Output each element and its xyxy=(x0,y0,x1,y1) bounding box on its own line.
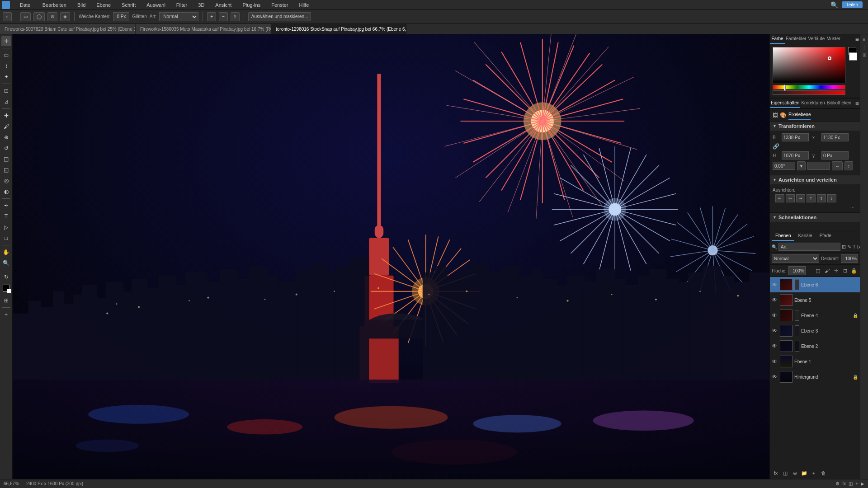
fill-input[interactable] xyxy=(788,266,806,275)
status-icon-4[interactable]: + xyxy=(855,481,858,486)
tool-dodge[interactable]: ◐ xyxy=(1,187,11,197)
x-input[interactable] xyxy=(821,133,849,141)
tab-eigenschaften[interactable]: Eigenschaften xyxy=(770,99,800,108)
align-left[interactable]: ⇤ xyxy=(775,194,784,202)
tool-eyedrop[interactable]: ⊿ xyxy=(1,97,11,107)
tab-verlaeufe[interactable]: Verläufe xyxy=(807,34,826,44)
menu-hilfe[interactable]: Hilfe xyxy=(296,1,311,9)
tab-farbe[interactable]: Farbe xyxy=(770,34,785,44)
layer-item-4[interactable]: 👁 Ebene 4 🔒 xyxy=(770,308,860,323)
status-icon-2[interactable]: fx xyxy=(842,481,846,486)
tool-eraser[interactable]: ◫ xyxy=(1,154,11,164)
tool-heal[interactable]: ✚ xyxy=(1,111,11,121)
toolbar-magic-wand[interactable]: ◈ xyxy=(60,12,70,21)
layer-item-bg[interactable]: 👁 Hintergrund 🔒 xyxy=(770,369,860,385)
props-expand-btn[interactable]: ≡ xyxy=(854,99,860,108)
tab-muster[interactable]: Muster xyxy=(826,34,841,44)
menu-schrift[interactable]: Schrift xyxy=(119,1,138,9)
align-right[interactable]: ⇥ xyxy=(796,194,805,202)
tool-magic[interactable]: ✦ xyxy=(1,72,11,82)
tab-pfade[interactable]: Pfade xyxy=(816,231,835,241)
menu-bild[interactable]: Bild xyxy=(75,1,88,9)
flip-h-btn[interactable]: ↔ xyxy=(832,161,843,170)
transform-lock-icon[interactable]: 🔗 xyxy=(773,143,779,150)
menu-3d[interactable]: 3D xyxy=(195,1,207,9)
tool-pen[interactable]: ✒ xyxy=(1,201,11,211)
align-hcenter[interactable]: ⇔ xyxy=(786,194,795,202)
status-icon-1[interactable]: ⚙ xyxy=(835,481,840,486)
layer-new-btn[interactable]: + xyxy=(810,469,818,477)
tool-rotate[interactable]: ↻ xyxy=(1,272,11,282)
color-picker-gradient[interactable] xyxy=(773,47,845,83)
angle-input[interactable] xyxy=(773,162,795,170)
layer-delete-btn[interactable]: 🗑 xyxy=(819,469,827,477)
layer-group-btn[interactable]: 📁 xyxy=(800,469,808,477)
layer-4-vis[interactable]: 👁 xyxy=(772,312,778,319)
share-button[interactable]: Teilen xyxy=(842,1,863,8)
layer-5-vis[interactable]: 👁 xyxy=(772,297,778,303)
layers-new-fill[interactable]: ⊞ xyxy=(842,243,846,251)
search-icon[interactable]: 🔍 xyxy=(830,1,838,9)
tool-clone[interactable]: ⊕ xyxy=(1,132,11,142)
schnell-header[interactable]: ▼ Schnellaktionen xyxy=(770,213,860,222)
tab-farbfelder[interactable]: Farbfelder xyxy=(785,34,807,44)
angle-dropdown[interactable]: ▾ xyxy=(797,161,806,170)
layer-item-2[interactable]: 👁 Ebene 2 xyxy=(770,338,860,354)
lock-all-btn[interactable]: 🔒 xyxy=(850,267,858,275)
tool-add[interactable]: + xyxy=(1,310,11,319)
tool-lasso[interactable]: ⌇ xyxy=(1,61,11,71)
tool-move[interactable]: ✛ xyxy=(1,36,11,46)
layers-search-input[interactable] xyxy=(778,243,840,251)
blend-mode-select[interactable]: Normal Aufhellen Multiplizieren Bildschi… xyxy=(772,254,819,263)
tab-3[interactable]: toronto-1298016 StockSnap auf Pixabay.jp… xyxy=(271,24,407,34)
tool-brush[interactable]: 🖌 xyxy=(1,122,11,131)
layers-group[interactable]: T xyxy=(853,243,856,251)
layer-6-vis[interactable]: 👁 xyxy=(772,282,778,288)
toolbar-marquee-circ[interactable]: ◯ xyxy=(33,12,45,21)
layer-mask-btn[interactable]: ◫ xyxy=(781,469,789,477)
layer-adj-btn[interactable]: ⊕ xyxy=(791,469,799,477)
toolbar-marquee-rect[interactable]: ▭ xyxy=(20,12,31,21)
layer-3-vis[interactable]: 👁 xyxy=(772,328,778,334)
h-input[interactable] xyxy=(782,151,809,160)
menu-auswahl[interactable]: Auswahl xyxy=(144,1,168,9)
select-sub[interactable]: − xyxy=(219,12,228,21)
skew-input[interactable] xyxy=(807,162,830,170)
menu-datei[interactable]: Datei xyxy=(17,1,34,9)
tool-text[interactable]: T xyxy=(1,211,11,221)
tab-1[interactable]: Fireworks-5007820 Briam Cute auf Pixabay… xyxy=(0,24,136,34)
tool-hand[interactable]: ✋ xyxy=(1,247,11,257)
lock-transparent-btn[interactable]: ◫ xyxy=(814,267,822,275)
tool-path-select[interactable]: ▷ xyxy=(1,222,11,232)
tool-crop[interactable]: ⊡ xyxy=(1,86,11,96)
menu-filter[interactable]: Filter xyxy=(174,1,190,9)
layer-item-3[interactable]: 👁 Ebene 3 xyxy=(770,323,860,338)
tool-history-brush[interactable]: ↺ xyxy=(1,143,11,153)
layer-2-vis[interactable]: 👁 xyxy=(772,343,778,349)
menu-ansicht[interactable]: Ansicht xyxy=(212,1,234,9)
align-header[interactable]: ▼ Ausrichten und verteilen xyxy=(770,175,860,184)
layer-bg-vis[interactable]: 👁 xyxy=(772,374,778,380)
align-bottom[interactable]: ⇣ xyxy=(827,194,836,202)
b-input[interactable] xyxy=(782,133,809,141)
menu-bearbeiten[interactable]: Bearbeiten xyxy=(40,1,69,9)
tool-shape[interactable]: □ xyxy=(1,233,11,243)
tool-blur[interactable]: ◎ xyxy=(1,176,11,186)
bg-color-swatch[interactable] xyxy=(849,52,857,61)
transform-header[interactable]: ▼ Transformieren xyxy=(770,122,860,131)
toolbar-home[interactable]: ⌂ xyxy=(3,12,12,21)
layer-item-1[interactable]: 👁 Ebene 1 xyxy=(770,354,860,369)
tool-gradient[interactable]: ◱ xyxy=(1,165,11,175)
align-top[interactable]: ⇡ xyxy=(807,194,816,202)
lock-position-btn[interactable]: ✛ xyxy=(832,267,840,275)
tool-extra[interactable]: ⊞ xyxy=(1,296,11,305)
sec-icon-1[interactable]: ≡ xyxy=(861,36,868,42)
select-mask-button[interactable]: Auswählen und maskieren... xyxy=(248,12,311,21)
color-hue-bar[interactable] xyxy=(773,85,845,89)
tool-marquee[interactable]: ▭ xyxy=(1,50,11,60)
tool-zoom[interactable]: 🔍 xyxy=(1,258,11,268)
select-intersect[interactable]: × xyxy=(231,12,240,21)
tab-pixelebene[interactable]: Pixelebene xyxy=(788,110,811,120)
art-select[interactable]: Normal Fest Randschärfe xyxy=(159,12,198,21)
lock-artboard-btn[interactable]: ⊡ xyxy=(841,267,849,275)
